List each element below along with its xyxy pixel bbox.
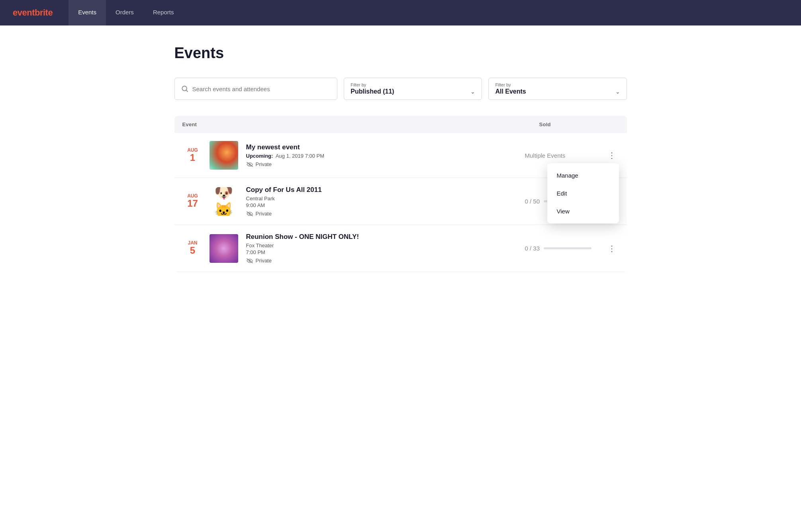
private-icon-2 — [246, 211, 253, 217]
search-box[interactable] — [174, 78, 338, 100]
event-subtitle-1: Upcoming: Aug 1, 2019 7:00 PM — [246, 153, 525, 159]
dropdown-view[interactable]: View — [547, 202, 619, 220]
event-private-1: Private — [246, 161, 525, 167]
nav-events[interactable]: Events — [69, 0, 106, 25]
search-input[interactable] — [192, 86, 331, 92]
event-subtitle-value-1: Aug 1, 2019 7:00 PM — [276, 153, 324, 159]
nav-orders[interactable]: Orders — [106, 0, 143, 25]
private-icon-3 — [246, 258, 253, 264]
page-title: Events — [174, 45, 627, 62]
event-date-2: Aug 17 — [182, 194, 203, 209]
filter-status-value: Published (11) — [351, 88, 394, 95]
chevron-down-icon: ⌄ — [470, 88, 475, 95]
event-private-text-1: Private — [256, 161, 272, 167]
events-table: Event Sold Aug 1 My newest event Upcomin… — [174, 116, 627, 272]
event-day-1: 1 — [190, 153, 195, 163]
col-sold: Sold — [539, 121, 619, 127]
event-private-3: Private — [246, 258, 525, 264]
private-icon-1 — [246, 162, 253, 167]
event-day-2: 17 — [187, 198, 198, 209]
event-thumbnail-1 — [210, 141, 238, 170]
event-date-1: Aug 1 — [182, 148, 203, 163]
event-info-3: Reunion Show - ONE NIGHT ONLY! Fox Theat… — [246, 233, 525, 264]
kebab-menu-button-1[interactable]: ⋮ — [605, 149, 619, 162]
dropdown-menu-1: Manage Edit View — [547, 163, 619, 223]
event-name-3: Reunion Show - ONE NIGHT ONLY! — [246, 233, 525, 241]
event-thumbnail-3 — [210, 234, 238, 263]
dropdown-edit[interactable]: Edit — [547, 184, 619, 202]
nav-links: Events Orders Reports — [69, 0, 183, 25]
chevron-down-icon-2: ⌄ — [615, 88, 620, 95]
table-header: Event Sold — [174, 116, 627, 133]
event-private-text-3: Private — [256, 258, 272, 264]
event-time-3: 7:00 PM — [246, 249, 525, 255]
event-name-1: My newest event — [246, 143, 525, 151]
table-row: Jan 5 Reunion Show - ONE NIGHT ONLY! Fox… — [174, 225, 627, 272]
event-actions-1: ⋮ Manage Edit View — [605, 149, 619, 162]
navbar: eventbrite Events Orders Reports — [0, 0, 801, 25]
filters-row: Filter by Published (11) ⌄ Filter by All… — [174, 78, 627, 100]
dropdown-manage[interactable]: Manage — [547, 166, 619, 184]
filter-status-label: Filter by — [351, 82, 475, 87]
event-sold-1: Multiple Events — [525, 152, 605, 159]
event-subtitle-label-1: Upcoming: — [246, 153, 273, 159]
event-subtitle-2: Central Park — [246, 196, 525, 201]
filter-type-label: Filter by — [495, 82, 620, 87]
event-thumbnail-2: 🐶🐱 — [210, 187, 238, 216]
event-subtitle-value-2: Central Park — [246, 196, 275, 201]
event-date-3: Jan 5 — [182, 241, 203, 256]
progress-bar-3 — [544, 247, 591, 249]
search-icon — [181, 85, 188, 92]
table-row: Aug 1 My newest event Upcoming: Aug 1, 2… — [174, 133, 627, 178]
filter-status[interactable]: Filter by Published (11) ⌄ — [344, 78, 482, 100]
kebab-menu-button-3[interactable]: ⋮ — [605, 242, 619, 255]
filter-type-value: All Events — [495, 88, 526, 95]
col-event: Event — [182, 121, 539, 127]
event-info-2: Copy of For Us All 2011 Central Park 9:0… — [246, 186, 525, 217]
event-info-1: My newest event Upcoming: Aug 1, 2019 7:… — [246, 143, 525, 167]
brand-logo: eventbrite — [13, 8, 53, 18]
event-actions-3: ⋮ — [605, 242, 619, 255]
sold-progress-3: 0 / 33 — [525, 245, 592, 252]
event-name-2: Copy of For Us All 2011 — [246, 186, 525, 194]
event-private-text-2: Private — [256, 211, 272, 217]
event-sold-3: 0 / 33 — [525, 245, 605, 252]
event-month-1: Aug — [187, 148, 198, 153]
event-subtitle-3: Fox Theater — [246, 243, 525, 248]
filter-type[interactable]: Filter by All Events ⌄ — [488, 78, 627, 100]
page-content: Events Filter by Published (11) ⌄ Filter… — [162, 25, 640, 297]
event-day-3: 5 — [190, 245, 195, 256]
event-time-2: 9:00 AM — [246, 202, 525, 208]
svg-line-1 — [186, 90, 188, 92]
nav-reports[interactable]: Reports — [143, 0, 184, 25]
event-private-2: Private — [246, 211, 525, 217]
